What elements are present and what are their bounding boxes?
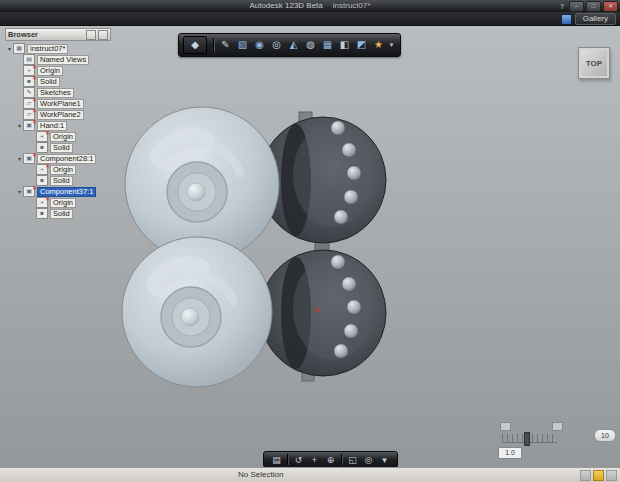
tray-icon-1[interactable] [580,470,591,481]
help-icon[interactable]: ? [557,2,567,11]
tree-item-label: Solid [50,209,73,219]
window-title: Autodesk 123D Betainstruct07* [249,1,370,10]
component-disc-bottom[interactable] [260,250,386,376]
component-icon[interactable]: ▣✕ [23,186,35,197]
orbit-icon[interactable]: ↺ [291,453,306,467]
tree-item-hand[interactable]: ▾ ▣✕ Hand:1 [5,120,111,131]
origin-icon[interactable]: +✕ [36,197,48,208]
look-at-icon[interactable]: ◎ [361,453,376,467]
more-tools-icon[interactable]: ▾ [387,37,396,53]
ball[interactable] [344,324,358,338]
ball[interactable] [334,210,348,224]
browser-panel: Browser ▾ ▦ instruct07* ▤ Named Views [5,28,111,219]
material-tool-icon[interactable]: ◩ [353,37,370,53]
scale-option-icon-left[interactable] [500,422,511,431]
browser-header-button-1[interactable] [86,30,96,40]
sphere-tool-icon[interactable]: ◉ [251,37,268,53]
tree-item-workplane1[interactable]: ▱✕ WorkPlane1 [5,98,111,109]
solid-glyph: ■ [37,143,47,152]
hidden-marker-icon: ✕ [32,74,37,81]
pan-icon[interactable]: + [307,453,322,467]
zoom-icon[interactable]: ⊕ [323,453,338,467]
tree-item-component28-solid[interactable]: ■ Solid [5,175,111,186]
tray-icon-2[interactable] [606,470,617,481]
scale-option-icon-right[interactable] [552,422,563,431]
viewcube-face-label: TOP [586,59,602,68]
tree-item-origin[interactable]: +✕ Origin [5,65,111,76]
box-tool-icon[interactable]: ▧ [234,37,251,53]
tree-item-workplane2[interactable]: ▱✕ WorkPlane2 [5,109,111,120]
solid-glyph: ■ [37,209,47,218]
tree-item-label: WorkPlane1 [37,99,84,109]
tree-item-solid[interactable]: ■✕ Solid [5,76,111,87]
app-menu-icon[interactable]: ◆ [183,36,207,54]
ball[interactable] [347,166,361,180]
tree-item-component37[interactable]: ▾ ▣✕ Component37:1 [5,186,111,197]
scale-slider[interactable] [502,434,557,443]
gallery-button[interactable]: Gallery [575,13,616,25]
tree-item-sketches[interactable]: ✎ Sketches [5,87,111,98]
scale-slider-handle[interactable] [524,432,530,446]
hidden-marker-icon: ✕ [45,129,50,136]
model-canvas[interactable]: Browser ▾ ▦ instruct07* ▤ Named Views [0,25,620,468]
tree-item-label: Origin [50,165,76,175]
expander-icon[interactable]: ▾ [6,45,13,52]
fit-view-icon[interactable]: ◱ [345,453,360,467]
cylinder-tool-icon[interactable]: ◎ [268,37,285,53]
selection-point [315,308,319,312]
ball[interactable] [342,143,356,157]
nav-menu-icon[interactable]: ▤ [269,453,284,467]
hidden-marker-icon: ✕ [32,118,37,125]
tree-item-component28-origin[interactable]: +✕ Origin [5,164,111,175]
ball[interactable] [331,121,345,135]
tree-item-hand-solid[interactable]: ■ Solid [5,142,111,153]
tree-item-named-views[interactable]: ▤ Named Views [5,54,111,65]
scale-widget: 10 1.0 [492,420,618,460]
snapshot-tool-icon[interactable]: ★ [370,37,387,53]
tree-item-hand-origin[interactable]: +✕ Origin [5,131,111,142]
origin-icon[interactable]: +✕ [36,131,48,142]
scale-preset-button[interactable]: 10 [594,429,616,442]
tree-item-component37-origin[interactable]: +✕ Origin [5,197,111,208]
tree-item-component28[interactable]: ▾ ▣✕ Component28:1 [5,153,111,164]
display-settings-icon[interactable]: ▾ [377,453,392,467]
assembly-icon[interactable]: ▦ [13,43,25,54]
expander-icon[interactable]: ▾ [16,122,23,129]
tree-item-instruct07[interactable]: ▾ ▦ instruct07* [5,43,111,54]
warning-tray-icon[interactable] [593,470,604,481]
component-icon[interactable]: ▣✕ [23,153,35,164]
tree-item-label: Origin [50,132,76,142]
torus-tool-icon[interactable]: ◍ [302,37,319,53]
expander-icon[interactable]: ▾ [16,188,23,195]
tree-item-label: Origin [50,198,76,208]
ball[interactable] [344,190,358,204]
hidden-marker-icon: ✕ [32,107,37,114]
tree-item-label: Solid [37,77,60,87]
expander-icon[interactable]: ▾ [16,155,23,162]
viewcube[interactable]: TOP [578,47,610,79]
cone-tool-icon[interactable]: ◭ [285,37,302,53]
ball[interactable] [334,344,348,358]
scale-value-field[interactable]: 1.0 [498,447,522,459]
pattern-tool-icon[interactable]: ▦ [319,37,336,53]
origin-icon[interactable]: +✕ [36,164,48,175]
solid-icon[interactable]: ■✕ [23,76,35,87]
solid-icon[interactable]: ■ [36,142,48,153]
solid-icon[interactable]: ■ [36,208,48,219]
maximize-button[interactable]: □ [586,1,601,12]
ball[interactable] [347,300,361,314]
ball[interactable] [331,255,345,269]
hidden-marker-icon: ✕ [32,96,37,103]
combine-tool-icon[interactable]: ◧ [336,37,353,53]
component-icon[interactable]: ▣✕ [23,120,35,131]
minimize-button[interactable]: – [569,1,584,12]
close-button[interactable]: ✕ [603,1,618,12]
ball[interactable] [342,277,356,291]
sketch-tool-icon[interactable]: ✎ [217,37,234,53]
tree-item-component37-solid[interactable]: ■ Solid [5,208,111,219]
hand-shell-bottom[interactable] [122,237,272,387]
browser-header-button-2[interactable] [98,30,108,40]
navigation-toolbar: ▤ ↺ + ⊕ ◱ ◎ ▾ [263,451,398,468]
solid-icon[interactable]: ■ [36,175,48,186]
assembly-glyph: ▦ [14,44,24,53]
